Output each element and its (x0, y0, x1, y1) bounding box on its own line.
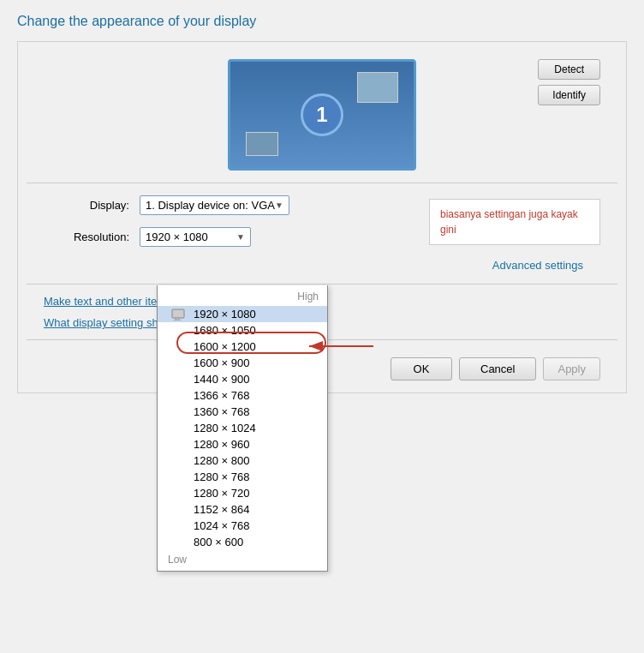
monitor-number: 1 (301, 93, 343, 136)
resolution-item-icon (171, 504, 188, 516)
resolution-item-label: 1280 × 800 (194, 454, 249, 467)
resolution-item[interactable]: 1280 × 720 (158, 485, 327, 501)
display-dropdown[interactable]: 1. Display device on: VGA ▼ (140, 195, 289, 215)
display-dropdown-arrow: ▼ (275, 201, 283, 210)
form-section: biasanya settingan juga kayak gini Displ… (27, 187, 617, 280)
resolution-item-label: 1366 × 768 (194, 389, 249, 402)
resolution-item-icon (171, 422, 188, 434)
display-label: Display: (44, 199, 129, 212)
resolution-dropdown-button[interactable]: 1920 × 1080 ▼ (140, 227, 251, 247)
resolution-item[interactable]: 1280 × 768 (158, 469, 327, 485)
monitor-mini-icon (357, 72, 398, 103)
svg-rect-2 (174, 320, 181, 321)
resolution-item-label: 800 × 600 (194, 536, 243, 548)
resolution-item-icon (171, 439, 188, 451)
resolution-item-label: 1280 × 1024 (194, 422, 256, 434)
resolution-item-label: 1280 × 960 (194, 438, 249, 451)
resolution-item[interactable]: 1024 × 768 (158, 518, 327, 534)
monitor-mini2-icon (246, 132, 278, 156)
monitor-preview: 1 (228, 59, 416, 171)
resolution-item-icon (171, 520, 188, 532)
advanced-settings-row: Advanced settings (44, 259, 600, 272)
resolution-item-icon (171, 309, 188, 321)
ok-button[interactable]: OK (391, 357, 452, 380)
resolution-item[interactable]: 1440 × 900 (158, 371, 327, 387)
resolution-item-label: 1680 × 1050 (194, 324, 256, 337)
resolution-item-label: 1024 × 768 (194, 519, 249, 532)
resolution-value: 1920 × 1080 (146, 231, 208, 243)
main-panel: 1 Detect Identify biasanya settingan jug… (17, 41, 627, 393)
resolution-item-label: 1600 × 1200 (194, 340, 256, 353)
resolution-dropdown-arrow: ▼ (236, 232, 245, 242)
advanced-settings-link[interactable]: Advanced settings (492, 259, 583, 272)
resolution-item[interactable]: 800 × 600 (158, 534, 327, 550)
svg-rect-0 (172, 309, 184, 318)
resolution-dropdown-list[interactable]: High 1920 × 10801680 × 10501600 × 120016… (157, 285, 328, 572)
resolution-item-icon (171, 390, 188, 402)
cancel-button[interactable]: Cancel (459, 357, 536, 380)
resolution-item[interactable]: 1920 × 1080 (158, 306, 327, 322)
resolution-item-icon (171, 325, 188, 337)
page-title: Change the appearance of your display (17, 14, 627, 29)
resolution-header: High (158, 289, 327, 306)
resolution-item-icon (171, 406, 188, 418)
divider-middle (27, 284, 617, 285)
svg-rect-1 (176, 318, 179, 320)
display-value: 1. Display device on: VGA (146, 199, 275, 212)
monitor-preview-area: 1 Detect Identify (27, 51, 617, 179)
resolution-item-label: 1280 × 720 (194, 487, 249, 500)
divider-top (27, 183, 617, 183)
resolution-item-icon (171, 341, 188, 353)
resolution-item[interactable]: 1280 × 960 (158, 436, 327, 452)
resolution-item-icon (171, 357, 188, 369)
resolution-item-label: 1600 × 900 (194, 356, 249, 369)
resolution-item-label: 1280 × 768 (194, 470, 249, 483)
resolution-item-icon (171, 471, 188, 483)
resolution-footer: Low (158, 550, 327, 567)
resolution-item-label: 1152 × 864 (194, 503, 249, 516)
resolution-item-icon (171, 488, 188, 500)
resolution-item-label: 1920 × 1080 (194, 308, 256, 321)
apply-button[interactable]: Apply (543, 357, 600, 380)
annotation-arrow (301, 334, 378, 358)
detect-button[interactable]: Detect (538, 59, 600, 80)
resolution-row: Resolution: 1920 × 1080 ▼ High 1920 × 10… (44, 227, 600, 247)
resolution-item-icon (171, 374, 188, 386)
detect-identify-group: Detect Identify (538, 59, 600, 105)
resolution-label: Resolution: (44, 231, 129, 243)
resolution-item-icon (171, 536, 188, 548)
resolution-item[interactable]: 1366 × 768 (158, 387, 327, 404)
resolution-item[interactable]: 1152 × 864 (158, 501, 327, 518)
resolution-item[interactable]: 1280 × 800 (158, 452, 327, 469)
resolution-item-icon (171, 455, 188, 467)
resolution-item[interactable]: 1280 × 1024 (158, 420, 327, 436)
resolution-item[interactable]: 1360 × 768 (158, 404, 327, 420)
resolution-item-label: 1440 × 900 (194, 373, 249, 386)
resolution-item-label: 1360 × 768 (194, 405, 249, 418)
identify-button[interactable]: Identify (538, 85, 600, 105)
